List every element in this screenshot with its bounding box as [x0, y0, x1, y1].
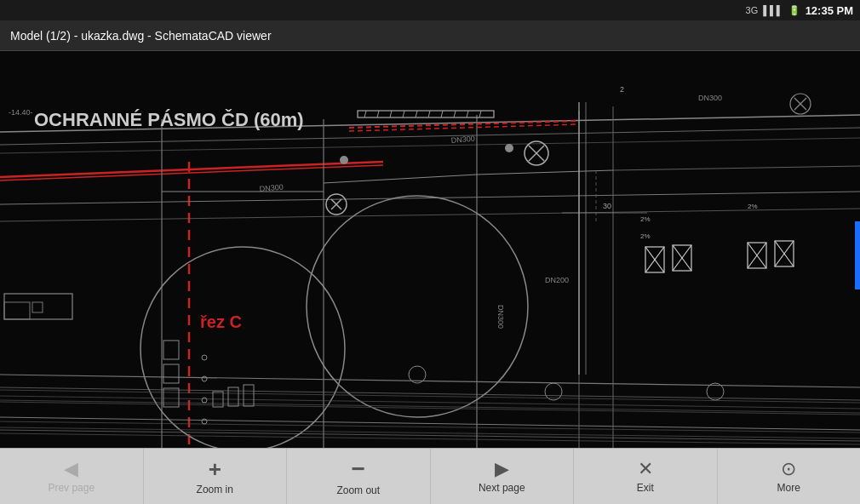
signal-icon: 3G — [746, 5, 759, 15]
cad-viewport[interactable]: DN300 DN300 DN300 DN200 DN300 2 30 2% 2%… — [0, 51, 860, 448]
toolbar: Prev page Zoom in Zoom out Next page Exi… — [0, 448, 860, 504]
next-page-icon — [495, 460, 509, 478]
zoom-out-label: Zoom out — [336, 484, 380, 496]
more-label: More — [777, 482, 800, 494]
prev-page-icon — [64, 460, 78, 478]
zoom-in-button[interactable]: Zoom in — [144, 449, 288, 504]
svg-text:DN300: DN300 — [698, 94, 722, 102]
exit-icon — [638, 460, 653, 478]
svg-text:-14.40-: -14.40- — [9, 108, 33, 117]
status-time: 12:35 PM — [806, 4, 853, 17]
svg-text:2%: 2% — [640, 215, 651, 223]
battery-icon: 🔋 — [788, 5, 800, 16]
title-bar: Model (1/2) - ukazka.dwg - SchemataCAD v… — [0, 20, 860, 51]
next-page-label: Next page — [479, 482, 525, 494]
svg-point-47 — [505, 144, 513, 152]
exit-button[interactable]: Exit — [574, 449, 718, 504]
more-icon — [781, 460, 796, 478]
svg-text:2%: 2% — [748, 203, 758, 210]
zoom-in-label: Zoom in — [197, 484, 233, 495]
svg-text:řez C: řez C — [200, 312, 242, 331]
zoom-in-icon — [209, 458, 221, 480]
exit-label: Exit — [637, 482, 654, 494]
svg-text:DN300: DN300 — [496, 305, 505, 329]
status-bar: 3G ▌▌▌ 🔋 12:35 PM — [0, 0, 860, 20]
svg-text:DN200: DN200 — [545, 276, 569, 284]
zoom-out-icon — [352, 457, 365, 481]
svg-text:2%: 2% — [640, 232, 651, 240]
zoom-out-button[interactable]: Zoom out — [287, 449, 431, 504]
signal-bars-icon: ▌▌▌ — [763, 5, 783, 15]
window-title: Model (1/2) - ukazka.dwg - SchemataCAD v… — [10, 29, 272, 43]
svg-text:2: 2 — [620, 85, 624, 94]
svg-text:30: 30 — [603, 202, 611, 210]
svg-point-46 — [340, 156, 348, 164]
prev-page-button[interactable]: Prev page — [0, 449, 144, 504]
more-button[interactable]: More — [718, 449, 861, 504]
next-page-button[interactable]: Next page — [431, 449, 575, 504]
blue-accent-bar — [855, 221, 860, 289]
prev-page-label: Prev page — [48, 482, 95, 494]
svg-text:OCHRANNÉ PÁSMO ČD (60m): OCHRANNÉ PÁSMO ČD (60m) — [34, 109, 304, 130]
